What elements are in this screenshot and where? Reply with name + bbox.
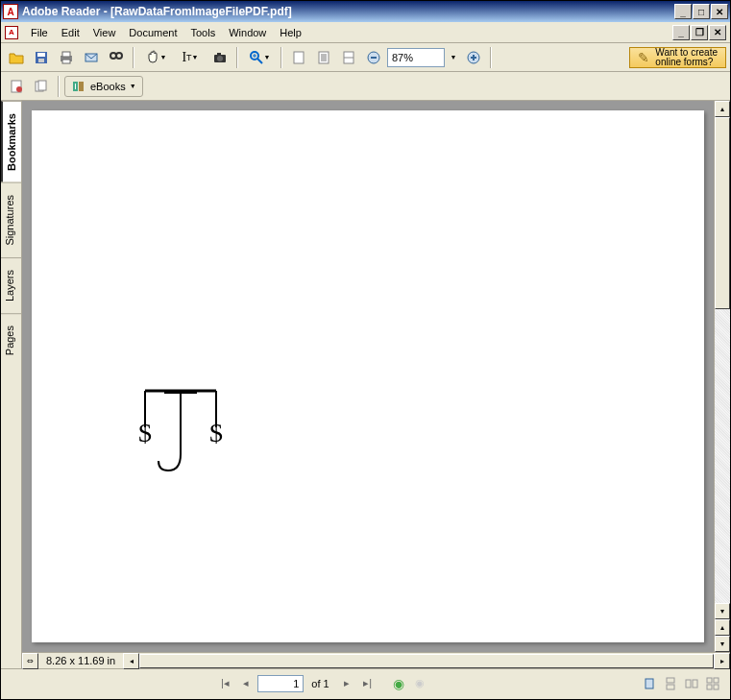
svg-rect-46 bbox=[714, 685, 719, 689]
tool-button-1[interactable] bbox=[5, 75, 28, 98]
scroll-down-button[interactable]: ▾ bbox=[715, 603, 730, 619]
svg-rect-31 bbox=[75, 84, 76, 89]
svg-rect-44 bbox=[714, 678, 719, 683]
svg-point-26 bbox=[16, 86, 22, 92]
svg-rect-5 bbox=[62, 60, 70, 63]
document-scroll[interactable]: $ $ ▴ ▾ ▴ ▾ bbox=[22, 101, 730, 652]
back-button[interactable]: ◉ bbox=[389, 674, 408, 693]
svg-rect-1 bbox=[37, 53, 45, 57]
page-total-label: of 1 bbox=[311, 678, 329, 689]
minimize-button[interactable]: _ bbox=[674, 4, 692, 19]
page-graphic-logo: $ $ bbox=[128, 379, 233, 485]
main-toolbar: ▼ IT▼ ▼ ▼ ✎ Want to createonline forms? bbox=[1, 43, 730, 72]
mdi-restore-button[interactable]: ❐ bbox=[691, 25, 708, 40]
hscroll-track[interactable] bbox=[139, 654, 714, 668]
tab-layers[interactable]: Layers bbox=[1, 257, 21, 313]
promo-forms-button[interactable]: ✎ Want to createonline forms? bbox=[629, 47, 726, 68]
horizontal-scrollbar-area: ⇔ 8.26 x 11.69 in ◂ ▸ bbox=[22, 652, 730, 668]
mdi-close-button[interactable]: ✕ bbox=[709, 25, 726, 40]
view-mode-group bbox=[640, 674, 722, 693]
svg-rect-42 bbox=[693, 680, 697, 688]
page-dimensions: 8.26 x 11.69 in bbox=[46, 655, 115, 666]
single-page-view-button[interactable] bbox=[640, 674, 659, 693]
svg-point-10 bbox=[217, 56, 223, 61]
continuous-view-button[interactable] bbox=[661, 674, 680, 693]
scroll-thumb[interactable] bbox=[715, 117, 730, 309]
svg-rect-2 bbox=[38, 59, 44, 62]
first-page-button[interactable]: |◂ bbox=[215, 674, 234, 693]
print-button[interactable] bbox=[55, 46, 78, 69]
scroll-page-down-button[interactable]: ▾ bbox=[715, 636, 730, 652]
save-button[interactable] bbox=[30, 46, 53, 69]
hand-tool-button[interactable]: ▼ bbox=[139, 46, 172, 69]
open-button[interactable] bbox=[5, 46, 28, 69]
pdf-page: $ $ bbox=[32, 110, 704, 642]
search-button[interactable] bbox=[105, 46, 128, 69]
page-nav-group: |◂ ◂ of 1 ▸ ▸| ◉ ◉ bbox=[215, 674, 428, 693]
menu-file[interactable]: File bbox=[24, 25, 55, 40]
tab-pages[interactable]: Pages bbox=[1, 313, 21, 367]
ebooks-button[interactable]: eBooks ▼ bbox=[64, 76, 143, 97]
tool-button-2[interactable] bbox=[30, 75, 53, 98]
svg-text:$: $ bbox=[209, 418, 223, 447]
maximize-button[interactable]: □ bbox=[693, 4, 710, 19]
document-area: $ $ ▴ ▾ ▴ ▾ ⇔ 8.26 x 11.69 in ◂ ▸ bbox=[22, 101, 730, 668]
zoom-in-button[interactable]: ▼ bbox=[243, 46, 276, 69]
svg-rect-4 bbox=[62, 52, 70, 57]
ebooks-icon bbox=[71, 79, 86, 94]
fit-page-button[interactable] bbox=[312, 46, 335, 69]
tab-signatures[interactable]: Signatures bbox=[1, 182, 21, 257]
facing-view-button[interactable] bbox=[682, 674, 701, 693]
svg-text:$: $ bbox=[138, 418, 152, 447]
svg-rect-39 bbox=[667, 678, 674, 683]
svg-rect-41 bbox=[686, 680, 691, 688]
svg-rect-11 bbox=[217, 53, 221, 55]
menu-help[interactable]: Help bbox=[273, 25, 308, 40]
menubar: A File Edit View Document Tools Window H… bbox=[1, 22, 730, 43]
actual-size-button[interactable] bbox=[287, 46, 310, 69]
secondary-toolbar: eBooks ▼ bbox=[1, 72, 730, 101]
app-icon: A bbox=[3, 4, 18, 19]
zoom-in-plus-button[interactable] bbox=[462, 46, 485, 69]
menu-document[interactable]: Document bbox=[122, 25, 183, 40]
content-area: Bookmarks Signatures Layers Pages $ $ bbox=[1, 101, 730, 668]
snapshot-tool-button[interactable] bbox=[208, 46, 231, 69]
next-page-button[interactable]: ▸ bbox=[337, 674, 356, 693]
zoom-level-input[interactable] bbox=[387, 48, 445, 67]
svg-rect-28 bbox=[38, 81, 46, 90]
document-icon[interactable]: A bbox=[5, 26, 18, 39]
email-button[interactable] bbox=[80, 46, 103, 69]
page-number-input[interactable] bbox=[257, 675, 304, 692]
continuous-facing-view-button[interactable] bbox=[703, 674, 722, 693]
menu-tools[interactable]: Tools bbox=[184, 25, 223, 40]
svg-rect-43 bbox=[707, 678, 712, 683]
close-button[interactable]: ✕ bbox=[711, 4, 728, 19]
window-title: Adobe Reader - [RawDataFromImageFilePDF.… bbox=[22, 5, 674, 18]
last-page-button[interactable]: ▸| bbox=[358, 674, 378, 693]
forward-button[interactable]: ◉ bbox=[410, 674, 429, 693]
window-titlebar: A Adobe Reader - [RawDataFromImageFilePD… bbox=[1, 1, 730, 22]
scroll-up-button[interactable]: ▴ bbox=[715, 101, 730, 117]
pen-icon: ✎ bbox=[638, 50, 649, 65]
hscroll-left-button[interactable]: ◂ bbox=[123, 653, 139, 669]
svg-rect-18 bbox=[321, 54, 327, 61]
select-text-tool-button[interactable]: IT▼ bbox=[174, 46, 207, 69]
mdi-minimize-button[interactable]: _ bbox=[672, 25, 690, 40]
menu-edit[interactable]: Edit bbox=[55, 25, 86, 40]
dims-toggle-button[interactable]: ⇔ bbox=[22, 653, 38, 669]
fit-width-button[interactable] bbox=[337, 46, 360, 69]
scroll-page-up-button[interactable]: ▴ bbox=[715, 619, 730, 636]
tab-bookmarks[interactable]: Bookmarks bbox=[1, 101, 21, 182]
hscroll-thumb[interactable] bbox=[139, 654, 714, 668]
svg-rect-38 bbox=[646, 679, 653, 688]
zoom-out-button[interactable] bbox=[362, 46, 385, 69]
svg-rect-16 bbox=[294, 52, 304, 63]
svg-rect-45 bbox=[707, 685, 712, 689]
zoom-dropdown-button[interactable]: ▼ bbox=[447, 46, 460, 69]
menu-view[interactable]: View bbox=[86, 25, 123, 40]
svg-rect-30 bbox=[79, 82, 84, 91]
hscroll-right-button[interactable]: ▸ bbox=[714, 653, 730, 669]
vertical-scrollbar[interactable]: ▴ ▾ ▴ ▾ bbox=[714, 101, 730, 652]
menu-window[interactable]: Window bbox=[222, 25, 273, 40]
prev-page-button[interactable]: ◂ bbox=[236, 674, 256, 693]
